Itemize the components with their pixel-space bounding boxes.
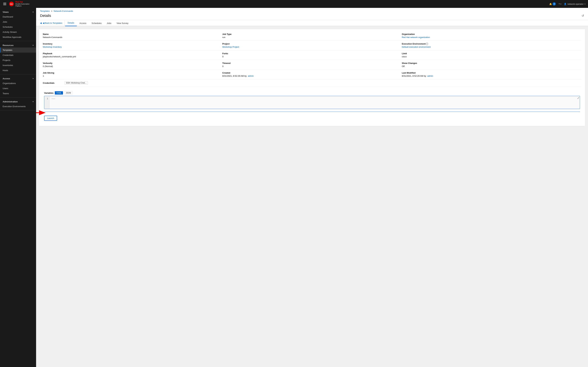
help-icon: ? [558, 3, 560, 5]
back-to-templates-button[interactable]: ◀ ◀ Back to Templates [40, 20, 64, 26]
detail-execution-env: Execution Environment i Default executio… [402, 43, 581, 48]
breadcrumb-current: Network-Commands [54, 10, 73, 12]
sidebar-item-teams[interactable]: Teams [0, 91, 36, 96]
sidebar-section-views: Views ▾ Dashboard Jobs Schedules Activit… [0, 8, 36, 41]
page-title: Details [40, 14, 51, 18]
sidebar-item-projects[interactable]: Projects [0, 58, 36, 63]
sidebar-item-activity-stream[interactable]: Activity Stream [0, 30, 36, 34]
tab-jobs[interactable]: Jobs [104, 20, 114, 26]
credentials-badge: SSH: Workshop Cred... [64, 81, 88, 84]
sidebar-item-schedules[interactable]: Schedules [0, 25, 36, 30]
sidebar-item-jobs[interactable]: Jobs [0, 19, 36, 25]
user-icon: 👤 [564, 3, 567, 5]
detail-forks: Forks 0 [222, 52, 402, 58]
sidebar-item-credentials[interactable]: Credentials [0, 53, 36, 58]
organization-link[interactable]: Red Hat network organization [402, 36, 430, 39]
yaml-toggle-button[interactable]: YAML [55, 91, 63, 94]
sidebar-section-resources: Resources ▾ Templates Credentials Projec… [0, 41, 36, 74]
sidebar-item-templates[interactable]: Templates [0, 48, 36, 53]
help-chevron-icon: ▾ [561, 3, 561, 5]
detail-job-type: Job Type run [222, 33, 402, 39]
code-editor[interactable]: 1 --- [44, 96, 580, 109]
project-link[interactable]: Workshop Project [222, 46, 239, 48]
detail-name: Name Network-Commands [43, 33, 222, 39]
help-button[interactable]: ? ▾ [558, 3, 561, 5]
breadcrumb-separator: > [51, 10, 52, 12]
sidebar-access-header[interactable]: Access ▾ [0, 76, 36, 81]
variables-editor-container: 1 --- ⤢ [44, 96, 580, 109]
breadcrumb: Templates > Network-Commands [40, 10, 584, 12]
detail-playbook: Playbook playbooks/network_commands.yml [43, 52, 222, 58]
sidebar-item-users[interactable]: Users [0, 86, 36, 91]
sidebar-item-inventories[interactable]: Inventories [0, 63, 36, 68]
detail-show-changes: Show Changes Off [402, 62, 581, 67]
sidebar-administration-header[interactable]: Administration ▾ [0, 99, 36, 104]
notifications-button[interactable]: 🔔 0 [549, 2, 556, 6]
back-arrow-icon: ◀ [40, 22, 42, 24]
detail-verbosity: Verbosity 0 (Normal) [43, 62, 222, 67]
bell-icon: 🔔 [549, 3, 552, 5]
breadcrumb-templates-link[interactable]: Templates [40, 10, 50, 12]
top-navigation: RH Red Hat Ansible Automation Platform 🔔… [0, 0, 588, 8]
brand-name: Red Hat Ansible Automation Platform [15, 1, 30, 7]
action-row: Launch [43, 113, 581, 122]
last-modified-by-link[interactable]: admin [427, 75, 433, 77]
detail-inventory: Inventory Workshop Inventory [43, 43, 222, 48]
tab-details[interactable]: Details [65, 20, 77, 26]
inventory-link[interactable]: Workshop Inventory [43, 46, 62, 48]
sidebar-item-execution-environments[interactable]: Execution Environments [0, 104, 36, 109]
sidebar-views-header[interactable]: Views ▾ [0, 9, 36, 14]
notification-count: 0 [553, 2, 556, 6]
line-numbers: 1 [44, 96, 50, 109]
user-name: network-operator [568, 3, 584, 5]
sidebar-item-hosts[interactable]: Hosts [0, 68, 36, 73]
detail-created: Created 8/31/2021, 8:52:29 AM by admin [222, 72, 402, 77]
sidebar-resources-header[interactable]: Resources ▾ [0, 42, 36, 48]
detail-project: Project Workshop Project [222, 43, 402, 48]
administration-chevron-icon: ▾ [33, 101, 34, 103]
execution-env-info-icon[interactable]: i [426, 43, 428, 45]
sidebar-item-dashboard[interactable]: Dashboard [0, 14, 36, 19]
detail-limit: Limit cisco [402, 52, 581, 58]
credentials-label: Credentials [43, 82, 62, 84]
sidebar-section-administration: Administration ▾ Execution Environments [0, 98, 36, 110]
detail-job-slicing: Job Slicing 1 [43, 72, 222, 77]
json-toggle-button[interactable]: JSON [64, 91, 72, 94]
tab-schedules[interactable]: Schedules [89, 20, 104, 26]
variables-section: Variables YAML JSON 1 --- ⤢ [43, 89, 581, 110]
tab-view-survey[interactable]: View Survey [114, 20, 131, 26]
brand-logo: RH Red Hat Ansible Automation Platform [9, 1, 30, 7]
expand-editor-button[interactable]: ⤢ [577, 97, 579, 100]
variables-label: Variables [44, 92, 53, 94]
sidebar-item-organizations[interactable]: Organizations [0, 81, 36, 86]
execution-env-link[interactable]: Default execution environment [402, 46, 431, 48]
page-header: Templates > Network-Commands Details ↺ [36, 8, 588, 20]
access-chevron-icon: ▾ [33, 78, 34, 79]
detail-card-wrapper: Name Network-Commands Job Type run Organ… [36, 29, 588, 126]
user-chevron-icon: ▾ [585, 3, 585, 5]
tab-access[interactable]: Access [77, 20, 89, 26]
hamburger-menu[interactable] [3, 2, 7, 6]
resources-chevron-icon: ▾ [33, 44, 34, 46]
created-by-link[interactable]: admin [248, 75, 254, 77]
sidebar-item-workflow-approvals[interactable]: Workflow Approvals [0, 34, 36, 40]
launch-button[interactable]: Launch [44, 116, 57, 121]
sidebar-section-access: Access ▾ Organizations Users Teams [0, 74, 36, 98]
main-content: Templates > Network-Commands Details ↺ ◀… [36, 8, 588, 367]
user-menu[interactable]: 👤 network-operator ▾ [564, 3, 585, 5]
detail-card: Name Network-Commands Job Type run Organ… [39, 29, 585, 126]
redhat-logo-icon: RH [9, 1, 14, 7]
svg-text:RH: RH [10, 3, 13, 5]
detail-organization: Organization Red Hat network organizatio… [402, 33, 581, 39]
tabs-bar: ◀ ◀ Back to Templates Details Access Sch… [36, 20, 588, 26]
views-chevron-icon: ▾ [33, 11, 34, 13]
history-icon: ↺ [582, 14, 584, 17]
code-content[interactable]: --- [50, 96, 580, 109]
history-button[interactable]: ↺ [582, 14, 584, 17]
expand-icon: ⤢ [577, 97, 579, 100]
detail-timeout: Timeout 0 [222, 62, 402, 67]
detail-last-modified: Last Modified 8/31/2021, 8:52:29 AM by a… [402, 72, 581, 77]
sidebar: Views ▾ Dashboard Jobs Schedules Activit… [0, 8, 36, 367]
